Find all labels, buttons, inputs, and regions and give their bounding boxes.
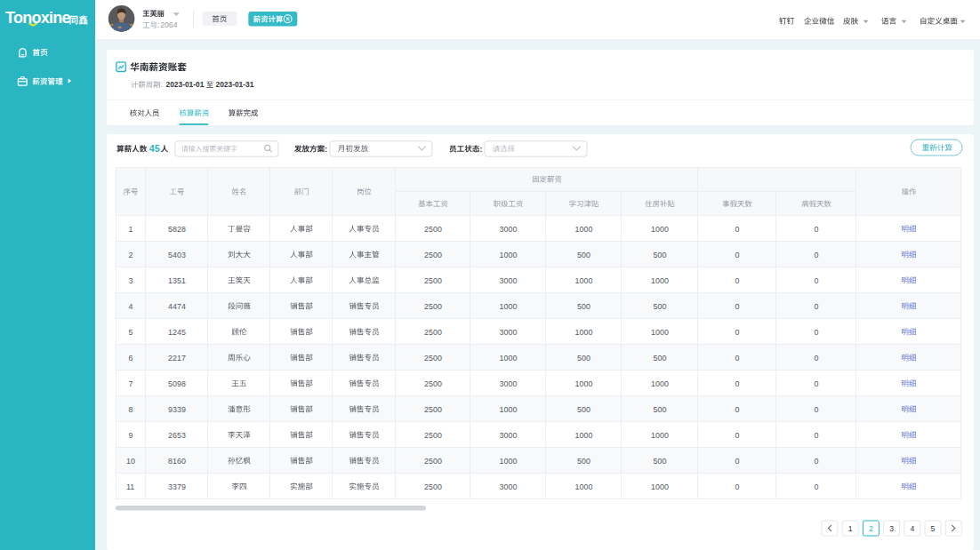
svg-text:500: 500 xyxy=(654,354,667,363)
svg-text:3000: 3000 xyxy=(500,482,518,491)
svg-text:1000: 1000 xyxy=(575,431,593,440)
svg-text:2500: 2500 xyxy=(424,379,442,388)
svg-text:0: 0 xyxy=(815,251,819,259)
svg-text:0: 0 xyxy=(815,431,819,440)
svg-text:1000: 1000 xyxy=(651,379,669,388)
svg-text:1: 1 xyxy=(848,524,853,533)
svg-text:5828: 5828 xyxy=(168,225,186,234)
svg-text::: : xyxy=(325,145,327,154)
svg-text:2500: 2500 xyxy=(424,354,442,363)
svg-text:0: 0 xyxy=(735,457,740,466)
svg-text:8160: 8160 xyxy=(168,457,186,466)
svg-text:1000: 1000 xyxy=(575,225,593,234)
svg-text:1000: 1000 xyxy=(500,302,518,311)
svg-text:1000: 1000 xyxy=(651,276,669,285)
svg-text:2: 2 xyxy=(129,251,133,259)
svg-text:1000: 1000 xyxy=(651,431,669,440)
svg-text:2500: 2500 xyxy=(424,328,442,337)
svg-text:0: 0 xyxy=(735,251,740,259)
svg-text:500: 500 xyxy=(577,251,590,259)
svg-text:1000: 1000 xyxy=(575,328,593,337)
svg-text:0: 0 xyxy=(815,276,819,285)
svg-text:1000: 1000 xyxy=(575,276,593,285)
svg-text:4474: 4474 xyxy=(168,302,186,311)
svg-text:3000: 3000 xyxy=(500,328,518,337)
svg-text:3000: 3000 xyxy=(500,225,518,234)
svg-text:1: 1 xyxy=(129,225,133,234)
svg-text:2500: 2500 xyxy=(424,251,442,259)
svg-text:0: 0 xyxy=(815,354,819,363)
svg-text:0: 0 xyxy=(815,328,819,337)
svg-text:2500: 2500 xyxy=(424,405,442,414)
svg-text:8: 8 xyxy=(129,405,133,414)
svg-text:2500: 2500 xyxy=(424,457,442,466)
svg-text:500: 500 xyxy=(654,405,667,414)
svg-text:1000: 1000 xyxy=(500,457,518,466)
svg-text:5098: 5098 xyxy=(168,379,186,388)
svg-text:4: 4 xyxy=(910,524,914,533)
svg-text:2500: 2500 xyxy=(424,276,442,285)
svg-text:5: 5 xyxy=(129,328,133,337)
svg-text:500: 500 xyxy=(654,302,667,311)
svg-text:10: 10 xyxy=(126,457,135,466)
svg-text:1000: 1000 xyxy=(575,482,593,491)
svg-text:2064: 2064 xyxy=(160,20,177,29)
svg-text:1000: 1000 xyxy=(500,405,518,414)
svg-text:1000: 1000 xyxy=(500,251,518,259)
svg-text:0: 0 xyxy=(735,405,740,414)
svg-text:45: 45 xyxy=(149,143,160,154)
svg-text:0: 0 xyxy=(735,431,740,440)
svg-text:0: 0 xyxy=(815,379,819,388)
svg-text:0: 0 xyxy=(735,302,740,311)
svg-text:Tonoxine: Tonoxine xyxy=(5,9,70,27)
svg-text:500: 500 xyxy=(654,251,667,259)
svg-text:2500: 2500 xyxy=(424,225,442,234)
svg-text:1245: 1245 xyxy=(168,328,186,337)
svg-text:500: 500 xyxy=(577,405,590,414)
svg-text:9: 9 xyxy=(129,431,133,440)
svg-text:1000: 1000 xyxy=(651,482,669,491)
svg-text:5403: 5403 xyxy=(168,251,186,259)
svg-text:9339: 9339 xyxy=(168,405,186,414)
svg-text:500: 500 xyxy=(577,457,590,466)
svg-text:2023-01-31: 2023-01-31 xyxy=(216,80,254,89)
svg-text:0: 0 xyxy=(815,482,819,491)
svg-text:4: 4 xyxy=(129,302,133,311)
svg-text:11: 11 xyxy=(126,482,134,491)
svg-text:7: 7 xyxy=(129,379,133,388)
svg-text:500: 500 xyxy=(654,457,667,466)
svg-text:3: 3 xyxy=(889,524,894,533)
svg-text:0: 0 xyxy=(735,482,740,491)
svg-text:1000: 1000 xyxy=(575,379,593,388)
svg-text:2: 2 xyxy=(869,524,873,533)
svg-text:1351: 1351 xyxy=(168,276,186,285)
svg-text:2217: 2217 xyxy=(168,354,186,363)
svg-text:0: 0 xyxy=(815,225,819,234)
svg-text:500: 500 xyxy=(577,354,590,363)
svg-text:3000: 3000 xyxy=(500,379,518,388)
svg-text:6: 6 xyxy=(129,354,133,363)
svg-text:3000: 3000 xyxy=(500,431,518,440)
svg-text:5: 5 xyxy=(931,524,936,533)
svg-text:2500: 2500 xyxy=(424,482,442,491)
svg-text:1000: 1000 xyxy=(651,225,669,234)
svg-text:2500: 2500 xyxy=(424,302,442,311)
svg-text::: : xyxy=(157,20,159,29)
svg-text:0: 0 xyxy=(735,379,740,388)
svg-text:0: 0 xyxy=(735,354,740,363)
svg-text:0: 0 xyxy=(735,225,740,234)
svg-text::: : xyxy=(479,145,482,154)
svg-text:2653: 2653 xyxy=(168,431,186,440)
svg-text:2500: 2500 xyxy=(424,431,442,440)
svg-text:3: 3 xyxy=(129,276,133,285)
svg-text:0: 0 xyxy=(815,457,819,466)
svg-text:1000: 1000 xyxy=(500,354,518,363)
svg-text:3000: 3000 xyxy=(500,276,518,285)
svg-text:0: 0 xyxy=(735,276,740,285)
svg-text:1000: 1000 xyxy=(651,328,669,337)
svg-text:0: 0 xyxy=(815,302,819,311)
svg-text:500: 500 xyxy=(577,302,590,311)
svg-text:0: 0 xyxy=(815,405,819,414)
svg-text:2023-01-01: 2023-01-01 xyxy=(166,80,205,89)
svg-text::: : xyxy=(161,80,163,89)
